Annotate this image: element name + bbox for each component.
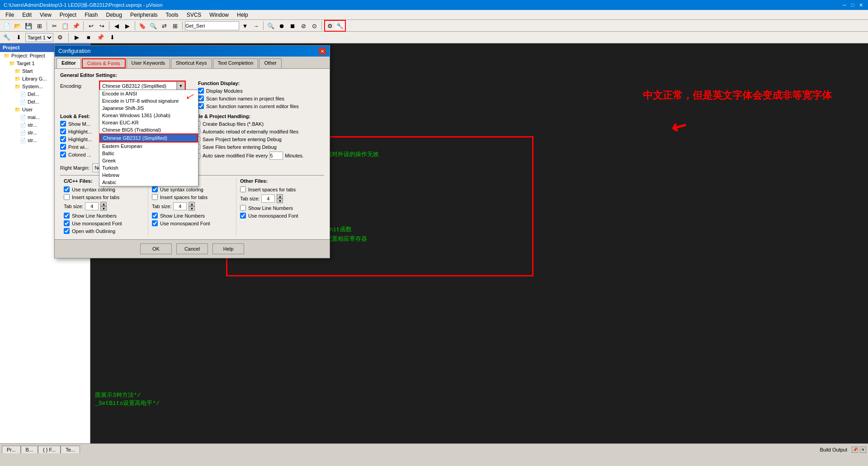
undo-button[interactable]: ↩ xyxy=(86,21,96,31)
other-tab-input[interactable] xyxy=(261,195,275,203)
cpp-monospaced-cb[interactable] xyxy=(64,220,70,226)
encoding-option-eastern[interactable]: Eastern European xyxy=(99,143,198,150)
help-button[interactable]: Help xyxy=(212,243,244,254)
maximize-button[interactable]: □ xyxy=(849,1,856,9)
cpp-tab-input[interactable] xyxy=(85,202,99,210)
other-monospaced-cb[interactable] xyxy=(240,213,246,219)
find-in-files[interactable]: ⊞ xyxy=(170,21,180,31)
new-file-button[interactable]: 📄 xyxy=(2,21,12,31)
other-line-numbers-cb[interactable] xyxy=(240,205,246,211)
show-modules-cb[interactable] xyxy=(60,121,66,127)
stop-debug-btn[interactable]: ■ xyxy=(84,33,94,43)
build-output-pin[interactable]: 📌 xyxy=(852,447,858,453)
cpp-syntax-cb[interactable] xyxy=(64,186,70,192)
encoding-option-baltic[interactable]: Baltic xyxy=(99,150,198,157)
debug-btn[interactable]: ▶ xyxy=(72,33,82,43)
asm-tab-up[interactable]: ▲ xyxy=(189,202,195,206)
cut-button[interactable]: ✂ xyxy=(49,21,59,31)
ok-button[interactable]: OK xyxy=(140,243,172,254)
zoom-in-button[interactable]: 🔍 xyxy=(266,21,276,31)
colored-cb[interactable] xyxy=(60,152,66,157)
save-button[interactable]: 💾 xyxy=(24,21,33,31)
tab-shortcut-keys[interactable]: Shortcut Keys xyxy=(171,58,212,68)
cpp-line-numbers-cb[interactable] xyxy=(64,213,70,219)
cpp-outlining-cb[interactable] xyxy=(64,228,70,234)
bottom-tab-build[interactable]: B... xyxy=(21,446,38,453)
tab-editor[interactable]: Editor xyxy=(57,58,81,68)
pin-btn[interactable]: 📌 xyxy=(95,33,105,43)
dialog-close-button[interactable]: ✕ xyxy=(319,48,326,55)
menu-view[interactable]: View xyxy=(36,11,55,19)
encoding-option-johab[interactable]: Korean Windows 1361 (Johab) xyxy=(99,112,198,119)
bottom-tab-project[interactable]: Pr... xyxy=(2,446,21,453)
other-tab-up[interactable]: ▲ xyxy=(277,194,283,199)
build-output-close[interactable]: ✕ xyxy=(860,447,866,453)
erase-button[interactable]: ⊘ xyxy=(298,21,308,31)
load-btn[interactable]: ⬇ xyxy=(14,33,24,43)
print-with-cb[interactable] xyxy=(60,144,66,150)
target-settings-btn[interactable]: ⚙ xyxy=(55,33,65,43)
encoding-option-big5[interactable]: Chinese BIG5 (Traditional) xyxy=(99,126,198,133)
menu-window[interactable]: Window xyxy=(206,11,232,19)
target-select[interactable]: Target 1 xyxy=(25,33,53,42)
redo-button[interactable]: ↪ xyxy=(97,21,107,31)
bottom-tab-functions[interactable]: { } F... xyxy=(38,446,61,453)
menu-peripherals[interactable]: Peripherals xyxy=(127,11,161,19)
close-button[interactable]: ✕ xyxy=(857,1,864,9)
cpp-tab-up[interactable]: ▲ xyxy=(100,202,107,206)
auto-save-minutes-input[interactable] xyxy=(269,152,283,160)
copy-button[interactable]: 📋 xyxy=(60,21,70,31)
menu-svcs[interactable]: SVCS xyxy=(183,11,205,19)
bottom-tab-templates[interactable]: Te... xyxy=(61,446,80,453)
bookmark-button[interactable]: 🔖 xyxy=(137,21,147,31)
cancel-button[interactable]: Cancel xyxy=(176,243,208,254)
encoding-option-shift-jis[interactable]: Japanese Shift-JIS xyxy=(99,105,198,112)
asm-tab-input[interactable] xyxy=(173,202,187,210)
search-go-button[interactable]: ▼ xyxy=(240,21,250,31)
encoding-input[interactable] xyxy=(100,81,177,90)
encoding-option-hebrew[interactable]: Hebrew xyxy=(99,171,198,179)
encoding-option-turkish[interactable]: Turkish xyxy=(99,164,198,171)
display-modules-cb[interactable] xyxy=(198,88,204,94)
nav-fwd-button[interactable]: ▶ xyxy=(123,21,132,31)
config-button2[interactable]: 🔧 xyxy=(335,21,345,31)
save-all-button[interactable]: ⊞ xyxy=(34,21,44,31)
tab-user-keywords[interactable]: User Keywords xyxy=(127,58,170,68)
encoding-option-greek[interactable]: Greek xyxy=(99,157,198,164)
encoding-option-arabic[interactable]: Arabic xyxy=(99,179,198,186)
highlight2-cb[interactable] xyxy=(60,136,66,142)
encoding-dropdown-btn[interactable]: ▼ xyxy=(177,81,185,90)
menu-debug[interactable]: Debug xyxy=(103,11,126,19)
asm-tab-down[interactable]: ▼ xyxy=(189,206,195,211)
search-input[interactable] xyxy=(185,21,239,30)
asm-spaces-cb[interactable] xyxy=(152,194,158,200)
tab-colors-fonts[interactable]: Colors & Fonts xyxy=(82,58,126,68)
open-button[interactable]: 📂 xyxy=(13,21,23,31)
menu-file[interactable]: File xyxy=(2,11,18,19)
target-button[interactable]: ⊙ xyxy=(309,21,319,31)
stop-button[interactable]: ⏹ xyxy=(288,21,297,31)
menu-help[interactable]: Help xyxy=(233,11,252,19)
menu-edit[interactable]: Edit xyxy=(19,11,35,19)
other-tab-down[interactable]: ▼ xyxy=(277,199,283,203)
cpp-tab-down[interactable]: ▼ xyxy=(100,206,107,211)
scan-editor-cb[interactable] xyxy=(198,103,204,109)
encoding-option-gb2312[interactable]: Chinese GB2312 (Simplified) xyxy=(99,133,198,143)
build-target-btn[interactable]: 🔧 xyxy=(2,33,12,43)
asm-line-numbers-cb[interactable] xyxy=(152,213,158,219)
highlight1-cb[interactable] xyxy=(60,128,66,134)
asm-monospaced-cb[interactable] xyxy=(152,220,158,226)
cpp-spaces-cb[interactable] xyxy=(64,194,70,200)
menu-project[interactable]: Project xyxy=(56,11,80,19)
menu-tools[interactable]: Tools xyxy=(162,11,182,19)
menu-flash[interactable]: Flash xyxy=(81,11,101,19)
tab-text-completion[interactable]: Text Completion xyxy=(213,58,259,68)
replace-button[interactable]: ⇄ xyxy=(159,21,169,31)
encoding-option-euc-kr[interactable]: Korean EUC-KR xyxy=(99,119,198,126)
paste-button[interactable]: 📌 xyxy=(71,21,81,31)
search-arrow-button[interactable]: → xyxy=(251,21,261,31)
find-button[interactable]: 🔍 xyxy=(148,21,158,31)
download-btn[interactable]: ⬇ xyxy=(107,33,117,43)
config-button1[interactable]: ⚙ xyxy=(325,21,335,31)
record-button[interactable]: ⏺ xyxy=(277,21,287,31)
